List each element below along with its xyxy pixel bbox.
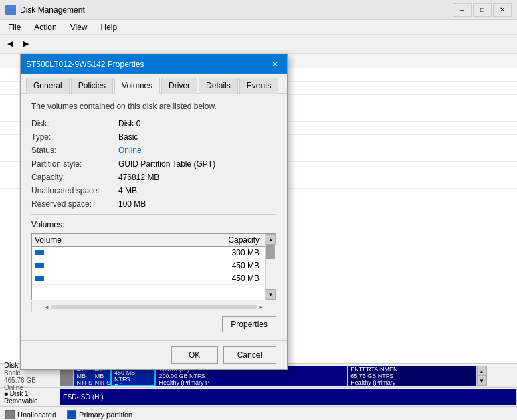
dialog-title-bar: ST500LT012-9WS142 Properties ✕ xyxy=(21,54,287,74)
disk-map-area: Disk 0 Basic 465.76 GB Online 450 MBNTFS… xyxy=(0,363,517,420)
partition-esd[interactable]: ESD-ISO (H:) xyxy=(60,389,517,405)
toolbar: ◀ ▶ xyxy=(0,35,517,54)
tab-events[interactable]: Events xyxy=(239,78,279,94)
disk-1-label: ■ Disk 1 Removable xyxy=(0,389,60,405)
app-icon xyxy=(5,5,16,15)
label-reserved: Reserved space: xyxy=(31,199,118,209)
label-unallocated: Unallocated space: xyxy=(31,186,118,195)
h-scroll-right-btn[interactable]: ► xyxy=(257,304,265,310)
vcol-capacity: Capacity xyxy=(147,235,273,245)
value-type: Basic xyxy=(118,132,138,142)
main-window: Disk Management – □ ✕ File Action View H… xyxy=(0,0,517,420)
volumes-table-header: Volume Capacity xyxy=(32,234,276,247)
menu-bar: File Action View Help xyxy=(0,20,517,35)
info-unallocated: Unallocated space: 4 MB xyxy=(31,186,276,195)
toolbar-forward[interactable]: ▶ xyxy=(19,37,33,50)
legend-unallocated: Unallocated xyxy=(5,410,56,419)
partition-entertainment[interactable]: ENTERTAINMEN65.76 GB NTFSHealthy (Primar… xyxy=(348,366,476,386)
label-capacity: Capacity: xyxy=(31,173,118,182)
info-disk: Disk: Disk 0 xyxy=(31,119,276,128)
legend-bar: Unallocated Primary partition xyxy=(0,407,517,420)
scroll-down-btn[interactable]: ▼ xyxy=(266,289,276,300)
dialog-title: ST500LT012-9WS142 Properties xyxy=(26,60,264,69)
h-scroll-track xyxy=(51,305,257,309)
disk-1-row: ■ Disk 1 Removable ESD-ISO (H:) xyxy=(0,388,517,407)
minimize-button[interactable]: – xyxy=(453,3,472,17)
tab-driver[interactable]: Driver xyxy=(161,78,197,94)
info-status: Status: Online xyxy=(31,146,276,155)
volumes-table[interactable]: Volume Capacity ▲ ▼ 300 MB xyxy=(31,233,276,300)
scroll-up-btn[interactable]: ▲ xyxy=(266,234,276,245)
volume-icon-2 xyxy=(35,263,44,268)
menu-file[interactable]: File xyxy=(3,21,26,33)
legend-unalloc-label: Unallocated xyxy=(17,411,56,419)
properties-btn-row: Properties xyxy=(31,316,276,332)
title-bar: Disk Management – □ ✕ xyxy=(0,0,517,20)
window-controls: – □ ✕ xyxy=(453,3,512,17)
info-capacity: Capacity: 476812 MB xyxy=(31,173,276,182)
menu-action[interactable]: Action xyxy=(29,21,62,33)
dialog-close-button[interactable]: ✕ xyxy=(268,58,282,71)
h-scrollbar[interactable]: ◄ ► xyxy=(31,302,276,312)
dialog-tabs: General Policies Volumes Driver Details … xyxy=(21,74,287,94)
volumes-scrollbar[interactable]: ▲ ▼ xyxy=(265,234,276,300)
info-partition-style: Partition style: GUID Partition Table (G… xyxy=(31,159,276,169)
menu-view[interactable]: View xyxy=(65,21,93,33)
ok-button[interactable]: OK xyxy=(171,346,218,364)
properties-dialog: ST500LT012-9WS142 Properties ✕ General P… xyxy=(20,54,288,370)
vcol-volume: Volume xyxy=(35,235,147,245)
volume-icon-1 xyxy=(35,250,44,255)
cancel-button[interactable]: Cancel xyxy=(223,346,276,364)
label-partition-style: Partition style: xyxy=(31,159,118,169)
dialog-footer: OK Cancel xyxy=(21,340,287,369)
volume-row-3[interactable]: 450 MB xyxy=(32,272,276,285)
tab-volumes[interactable]: Volumes xyxy=(114,78,160,94)
volumes-label: Volumes: xyxy=(31,220,276,229)
volume-row-1[interactable]: 300 MB xyxy=(32,247,276,259)
legend-unalloc-box xyxy=(5,410,15,419)
value-status: Online xyxy=(118,146,142,155)
h-scroll-left-btn[interactable]: ◄ xyxy=(43,304,51,310)
legend-primary: Primary partition xyxy=(67,410,132,419)
value-capacity: 476812 MB xyxy=(118,173,159,182)
close-button[interactable]: ✕ xyxy=(493,3,512,17)
tab-general[interactable]: General xyxy=(26,78,70,94)
window-title: Disk Management xyxy=(20,5,449,15)
info-reserved: Reserved space: 100 MB xyxy=(31,199,276,209)
tab-details[interactable]: Details xyxy=(199,78,238,94)
tab-policies[interactable]: Policies xyxy=(71,78,113,94)
dialog-subtitle: The volumes contained on this disk are l… xyxy=(31,102,276,111)
label-type: Type: xyxy=(31,132,118,142)
volume-row-2[interactable]: 450 MB xyxy=(32,259,276,272)
value-reserved: 100 MB xyxy=(118,199,146,209)
dialog-body: The volumes contained on this disk are l… xyxy=(21,94,287,340)
value-partition-style: GUID Partition Table (GPT) xyxy=(118,159,215,169)
legend-primary-box xyxy=(67,410,76,419)
volume-properties-button[interactable]: Properties xyxy=(222,316,276,332)
value-disk: Disk 0 xyxy=(118,119,140,128)
volume-icon-3 xyxy=(35,276,44,281)
separator xyxy=(31,214,276,215)
legend-primary-label: Primary partition xyxy=(79,411,132,419)
scroll-thumb[interactable] xyxy=(266,245,275,259)
label-disk: Disk: xyxy=(31,119,118,128)
info-type: Type: Basic xyxy=(31,132,276,142)
toolbar-back[interactable]: ◀ xyxy=(3,37,17,50)
scrollbar-right[interactable]: ▲ ▼ xyxy=(476,366,487,386)
menu-help[interactable]: Help xyxy=(96,21,123,33)
maximize-button[interactable]: □ xyxy=(473,3,492,17)
disk-1-partitions: ESD-ISO (H:) xyxy=(60,389,517,405)
value-unallocated: 4 MB xyxy=(118,186,137,195)
label-status: Status: xyxy=(31,146,118,155)
